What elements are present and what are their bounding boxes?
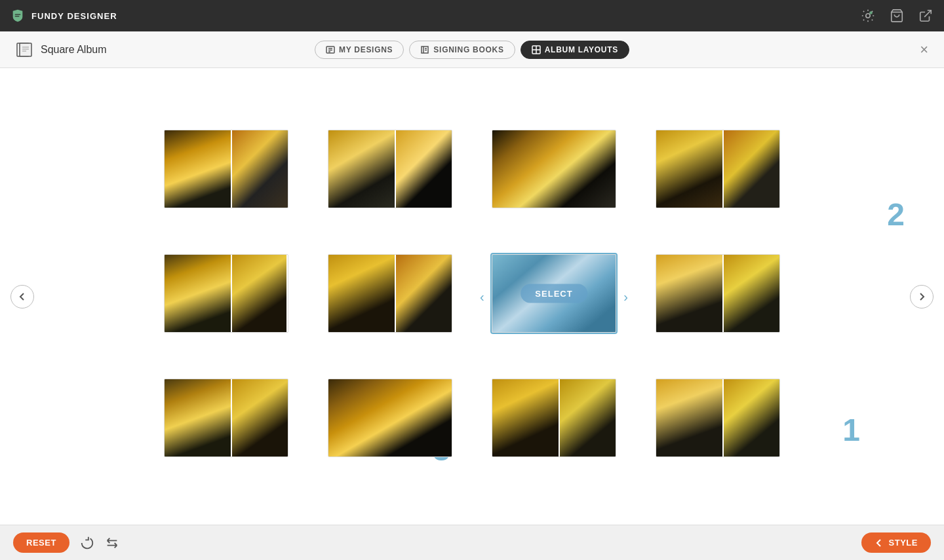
layout-thumb-1	[164, 130, 288, 208]
layout-item-9[interactable]	[164, 379, 288, 464]
layout-thumb-10	[328, 379, 452, 457]
sub-header: Square Album MY DESIGNS SIGNING BOOKS	[0, 31, 944, 68]
svg-rect-5	[20, 43, 31, 56]
layout-thumb-5	[164, 254, 288, 333]
item-next-arrow[interactable]: ›	[623, 289, 628, 304]
settings-icon[interactable]	[860, 8, 876, 24]
layout-thumb-11	[492, 379, 616, 457]
main-content: 2 1 3	[0, 68, 944, 525]
fundy-logo-icon	[10, 9, 25, 23]
close-button[interactable]: ×	[920, 43, 928, 57]
album-title: Square Album	[41, 44, 107, 56]
footer: RESET STYLE	[0, 525, 944, 560]
tab-album-layouts[interactable]: ALBUM LAYOUTS	[521, 41, 629, 59]
layout-item-10[interactable]	[328, 379, 452, 464]
layout-thumb-6	[328, 254, 452, 333]
cart-icon[interactable]	[889, 8, 905, 24]
badge-number-2: 2	[887, 199, 905, 231]
layout-thumb-8	[656, 254, 780, 333]
layout-item-3[interactable]	[492, 130, 616, 215]
layout-item-12[interactable]	[656, 379, 780, 464]
layout-thumb-3	[492, 130, 616, 208]
layout-thumb-2	[328, 130, 452, 208]
layout-item-2[interactable]	[328, 130, 452, 215]
svg-point-1	[869, 11, 873, 14]
style-button[interactable]: STYLE	[861, 532, 932, 553]
layout-thumb-4	[656, 130, 780, 208]
export-icon[interactable]	[918, 8, 934, 24]
tab-group: MY DESIGNS SIGNING BOOKS ALBUM LAYOUTS	[315, 41, 629, 59]
layout-item-11[interactable]	[492, 379, 616, 464]
album-icon	[16, 41, 34, 59]
layout-item-8[interactable]	[656, 254, 780, 339]
rotate-button[interactable]	[80, 536, 94, 550]
arrow-swap-button[interactable]	[105, 536, 119, 550]
select-overlay[interactable]: SELECT	[521, 284, 587, 303]
layout-thumb-12	[656, 379, 780, 457]
item-prev-arrow[interactable]: ‹	[480, 289, 484, 304]
layout-grid: ‹ SELECT ›	[164, 110, 780, 483]
arrow-swap-icon	[105, 536, 119, 550]
nav-next-button[interactable]	[910, 285, 934, 308]
layout-item-6[interactable]	[328, 254, 452, 339]
layout-item-1[interactable]	[164, 130, 288, 215]
top-header: FUNDY DESIGNER	[0, 0, 944, 31]
nav-prev-button[interactable]	[10, 285, 34, 308]
rotate-icon	[80, 536, 94, 550]
footer-left: RESET	[13, 532, 119, 553]
app-logo: FUNDY DESIGNER	[10, 9, 117, 23]
tab-signing-books[interactable]: SIGNING BOOKS	[409, 41, 515, 59]
reset-button[interactable]: RESET	[13, 532, 69, 553]
style-prev-icon	[875, 538, 884, 548]
footer-right: STYLE	[861, 532, 932, 553]
header-icons	[860, 8, 934, 24]
layout-thumb-7: SELECT	[492, 254, 616, 333]
badge-number-1: 1	[842, 415, 860, 446]
svg-point-0	[866, 14, 870, 18]
layout-item-5[interactable]	[164, 254, 288, 339]
layout-thumb-9	[164, 379, 288, 457]
svg-line-3	[924, 10, 931, 17]
layout-item-7[interactable]: ‹ SELECT ›	[492, 254, 616, 339]
tab-my-designs[interactable]: MY DESIGNS	[315, 41, 404, 59]
app-title: FUNDY DESIGNER	[31, 11, 117, 21]
sub-header-left: Square Album	[16, 41, 107, 59]
layout-item-4[interactable]	[656, 130, 780, 215]
